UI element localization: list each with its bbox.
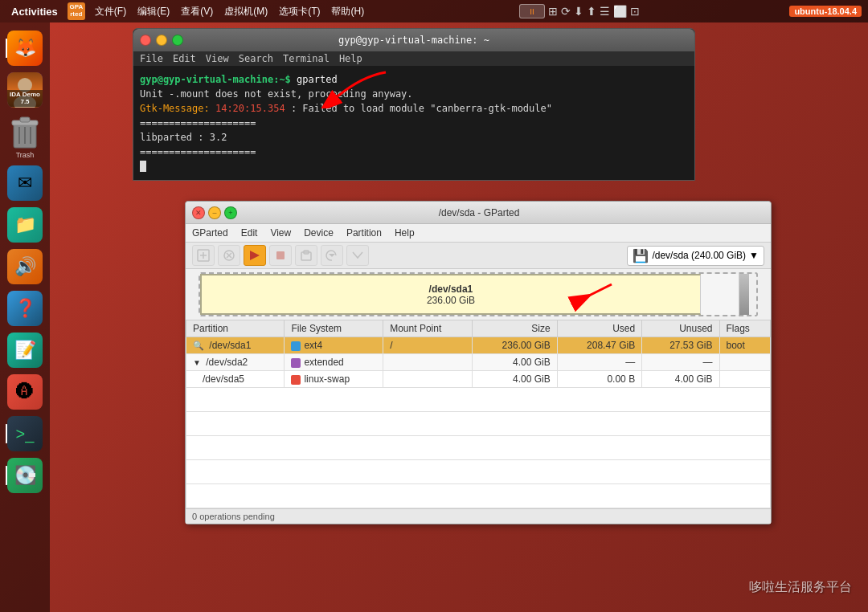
text-icon: 📝 (7, 333, 43, 368)
table-row-empty-2 (186, 412, 771, 436)
terminal-minimize-btn[interactable] (156, 35, 167, 46)
topbar-right: ubuntu-18.04.4 (789, 6, 862, 17)
tmenu-edit[interactable]: Edit (173, 53, 196, 64)
dock-item-mail[interactable]: ✉ (6, 165, 44, 201)
sda5-fs: linux-swap (285, 371, 383, 388)
gpmenu-device[interactable]: Device (304, 226, 334, 240)
topbar-icon-1[interactable]: ⊞ (548, 5, 558, 18)
menu-tabs[interactable]: 选项卡(T) (274, 3, 325, 20)
terminal-line-2: Unit -.mount does not exist, proceeding … (140, 87, 688, 101)
tb-undo-btn[interactable] (321, 245, 343, 266)
terminal-close-btn[interactable] (140, 35, 151, 46)
trash-icon (7, 114, 43, 149)
dock-ida-icon: IDA Demo7.5 (7, 72, 43, 108)
extended-icon (291, 358, 301, 368)
dock-item-settings[interactable]: 🔊 (6, 249, 44, 284)
table-row-empty-4 (186, 460, 771, 484)
terminal-line-5: libparted : 3.2 (140, 130, 688, 145)
menu-edit[interactable]: 编辑(E) (133, 3, 174, 20)
dock-item-appstore[interactable]: 🅐 (6, 374, 44, 410)
table-row-sda1[interactable]: 🔍 /dev/sda1 ext4 / 236.00 GiB 208.47 GiB… (186, 337, 771, 354)
topbar-icon-7[interactable]: ⊡ (630, 5, 640, 18)
ubuntu-badge: ubuntu-18.04.4 (789, 6, 862, 17)
tmenu-terminal[interactable]: Terminal (283, 53, 330, 64)
topbar-icon-4[interactable]: ⬆ (587, 5, 596, 18)
tmenu-help[interactable]: Help (339, 53, 362, 64)
empty-cell-5 (186, 484, 771, 508)
svg-marker-15 (250, 251, 260, 260)
tb-new-btn[interactable] (192, 245, 215, 266)
partition-table-body: 🔍 /dev/sda1 ext4 / 236.00 GiB 208.47 GiB… (186, 337, 771, 508)
dock-item-help[interactable]: ❓ (6, 291, 44, 326)
terminal-prompt: gyp@gyp-virtual-machine:~$ (140, 74, 291, 85)
disk-selector[interactable]: 💾 /dev/sda (240.00 GiB) ▼ (627, 246, 764, 266)
tb-apply-btn[interactable] (244, 245, 266, 266)
tmenu-file[interactable]: File (140, 53, 163, 64)
dock: 🦊 IDA Demo7.5 (0, 22, 50, 612)
table-row-empty-5 (186, 484, 771, 508)
terminal-window-controls (140, 35, 183, 46)
dock-item-trash[interactable]: 0 operations pending Trash (6, 114, 44, 159)
tb-paste-btn[interactable] (295, 245, 317, 266)
gparted-max-btn[interactable]: + (224, 206, 237, 219)
dock-item-files[interactable]: 📁 (6, 207, 44, 243)
table-row-sda2[interactable]: ▼ /dev/sda2 extended 4.00 GiB — — (186, 354, 771, 371)
sda1-size: 236.00 GiB (473, 337, 557, 354)
sda2-flags (719, 354, 771, 371)
terminal-output-3: : Failed to load module "canberra-gtk-mo… (291, 103, 552, 114)
gpmenu-view[interactable]: View (270, 226, 291, 240)
partition-table-header: Partition File System Mount Point Size U… (186, 320, 771, 337)
gparted-min-btn[interactable]: – (208, 206, 221, 219)
dock-item-gparted[interactable]: 💽 (6, 458, 44, 493)
menu-view[interactable]: 查看(V) (176, 3, 218, 20)
tb-undo-arrow-btn[interactable] (269, 245, 292, 266)
tb-delete-btn[interactable] (218, 245, 240, 266)
pv-scrollbar[interactable] (739, 274, 749, 315)
terminal-content[interactable]: gyp@gyp-virtual-machine:~$ gparted Unit … (133, 66, 694, 180)
topbar-icon-2[interactable]: ⟳ (561, 5, 571, 18)
gparted-close-btn[interactable]: ✕ (192, 206, 205, 219)
sda1-unused: 27.53 GiB (642, 337, 719, 354)
menu-vm[interactable]: 虚拟机(M) (219, 3, 272, 20)
sda2-fs: extended (285, 354, 383, 371)
sda1-used: 208.47 GiB (557, 337, 641, 354)
tmenu-view[interactable]: View (206, 53, 229, 64)
mail-icon: ✉ (7, 165, 43, 201)
gparted-icon: 💽 (7, 458, 43, 493)
files-icon: 📁 (7, 207, 43, 243)
gpmenu-gparted[interactable]: GParted (192, 226, 228, 240)
svg-rect-16 (276, 251, 285, 259)
dock-item-text[interactable]: 📝 (6, 333, 44, 368)
activities-button[interactable]: Activities (6, 6, 63, 18)
pause-icon: ⏸ (528, 7, 536, 16)
dock-item-firefox[interactable]: 🦊 (6, 31, 44, 66)
gparted-statusbar: 0 operations pending (186, 508, 771, 524)
tmenu-search[interactable]: Search (239, 53, 273, 64)
table-row-sda5[interactable]: /dev/sda5 linux-swap 4.00 GiB 0.00 B 4.0… (186, 371, 771, 388)
dock-item-ida[interactable]: IDA Demo7.5 (6, 72, 44, 108)
gpmenu-help[interactable]: Help (395, 226, 415, 240)
dock-item-terminal[interactable]: >_ (6, 416, 44, 451)
topbar-icon-6[interactable]: ⬜ (613, 5, 627, 18)
tb-redo-btn[interactable] (346, 245, 369, 266)
gparted-title: /dev/sda - GParted (237, 207, 721, 218)
col-flags: Flags (719, 320, 771, 337)
topbar-icon-3[interactable]: ⬇ (574, 5, 583, 18)
pause-button[interactable]: ⏸ (519, 4, 545, 18)
terminal-gtk-label: Gtk-Message: (140, 103, 210, 114)
topbar-icon-5[interactable]: ☰ (600, 5, 610, 18)
col-mountpoint: Mount Point (383, 320, 473, 337)
terminal-line-1: gyp@gyp-virtual-machine:~$ gparted (140, 72, 688, 87)
sda1-partition: 🔍 /dev/sda1 (186, 337, 285, 354)
gpmenu-partition[interactable]: Partition (346, 226, 382, 240)
gpmenu-edit[interactable]: Edit (241, 226, 258, 240)
disk-icon: 💾 (633, 248, 649, 263)
trash-label-text: Trash (16, 151, 35, 159)
partition-table: Partition File System Mount Point Size U… (186, 320, 771, 508)
menu-file[interactable]: 文件(F) (90, 3, 131, 20)
terminal-maximize-btn[interactable] (172, 35, 183, 46)
pv-sda1[interactable]: /dev/sda1 236.00 GiB (200, 274, 701, 315)
pv-sda1-size: 236.00 GiB (427, 295, 475, 306)
topbar: Activities GPArted 文件(F) 编辑(E) 查看(V) 虚拟机… (0, 0, 868, 22)
menu-help[interactable]: 帮助(H) (326, 3, 369, 20)
